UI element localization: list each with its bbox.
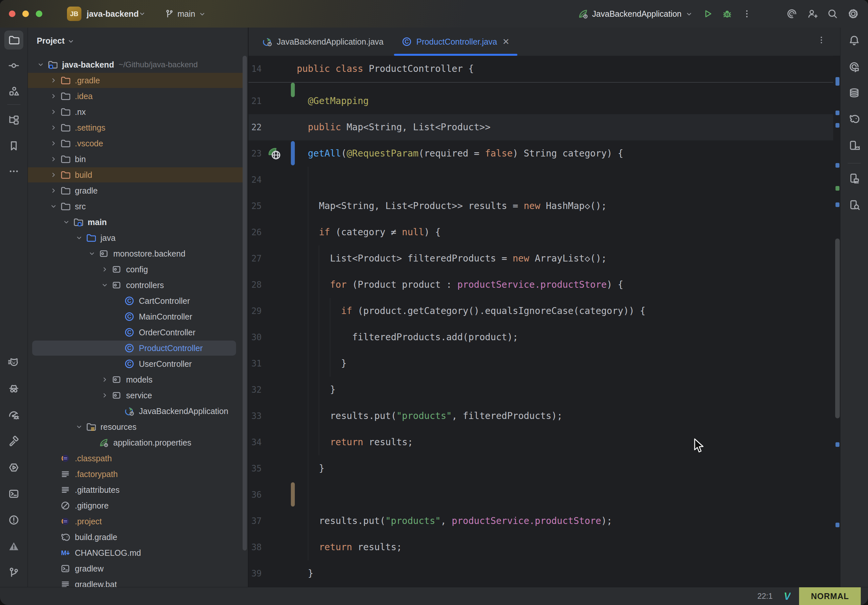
tree-item-.nx[interactable]: .nx	[28, 104, 248, 120]
spring-mapping-icon[interactable]	[267, 146, 282, 161]
tool-button-device-manager[interactable]	[845, 136, 864, 155]
chevron-down-icon[interactable]	[98, 282, 111, 289]
tool-button-commit[interactable]	[4, 56, 23, 75]
tree-item-application.properties[interactable]: application.properties	[28, 435, 248, 450]
tool-button-ai-assistant[interactable]	[845, 57, 864, 76]
code-line-22[interactable]: 22public Map<String, List<Product>>	[248, 114, 833, 141]
tree-item-config[interactable]: config	[28, 261, 248, 277]
stripe-mark[interactable]	[835, 203, 839, 207]
chevron-right-icon[interactable]	[47, 124, 60, 131]
run-button[interactable]	[702, 9, 712, 19]
chevron-down-icon[interactable]	[73, 423, 85, 430]
vcs-marker-modified[interactable]	[291, 141, 295, 166]
stripe-mark[interactable]	[835, 123, 839, 128]
code-line-27[interactable]: 27List<Product> filteredProducts = new A…	[248, 245, 833, 272]
zoom-button[interactable]	[36, 11, 42, 17]
tree-item-.vscode[interactable]: .vscode	[28, 136, 248, 151]
tool-button-services[interactable]	[4, 458, 23, 477]
stripe-mark[interactable]	[835, 442, 839, 447]
tree-item-monostore.backend[interactable]: monostore.backend	[28, 246, 248, 261]
tool-button-terminal[interactable]	[4, 484, 23, 503]
tool-button-warnings[interactable]	[4, 537, 23, 556]
run-configuration-select[interactable]: JavaBackendApplication	[578, 9, 693, 19]
tree-item-.project[interactable]: .project	[28, 514, 248, 529]
ideavim-icon[interactable]: V	[784, 591, 791, 601]
code-line-28[interactable]: 28for (Product product : productService.…	[248, 272, 833, 298]
tool-button-running-devices[interactable]	[845, 169, 864, 188]
chevron-right-icon[interactable]	[47, 171, 60, 178]
code-line-21[interactable]: 21@GetMapping	[248, 88, 833, 114]
chevron-right-icon[interactable]	[47, 156, 60, 163]
tool-button-version-control[interactable]	[4, 563, 23, 582]
chevron-down-icon[interactable]	[85, 250, 98, 257]
ai-assistant-icon[interactable]	[787, 9, 797, 19]
tree-item-ProductController[interactable]: CProductController	[28, 340, 248, 356]
editor-scrollbar[interactable]	[835, 238, 840, 418]
tree-item-src[interactable]: src	[28, 198, 248, 214]
project-panel-header[interactable]: Project	[28, 28, 248, 46]
vcs-marker-modified-other[interactable]	[291, 482, 295, 507]
tree-item-gradle[interactable]: gradle	[28, 183, 248, 198]
code-line-31[interactable]: 31}	[248, 350, 833, 377]
stripe-mark[interactable]	[835, 111, 839, 115]
tool-button-more-tool-windows[interactable]	[4, 162, 23, 181]
project-tree-scrollbar[interactable]	[243, 56, 247, 551]
tree-item-.gitattributes[interactable]: .gitattributes	[28, 482, 248, 498]
tool-button-speed-cat-plugin[interactable]	[4, 353, 23, 372]
tree-item-CartController[interactable]: CCartController	[28, 293, 248, 309]
tab-options-icon[interactable]	[817, 36, 826, 45]
tree-item-MainController[interactable]: CMainController	[28, 309, 248, 325]
vim-mode-badge[interactable]: NORMAL	[799, 587, 861, 605]
tree-item-UserController[interactable]: CUserController	[28, 356, 248, 372]
code-line-30[interactable]: 30filteredProducts.add(product);	[248, 324, 833, 350]
tool-button-database[interactable]	[845, 84, 864, 102]
stripe-mark[interactable]	[835, 523, 839, 527]
more-actions-button[interactable]	[742, 9, 752, 19]
tab-close-icon[interactable]: ✕	[502, 37, 510, 47]
tree-item-gradlew[interactable]: gradlew	[28, 561, 248, 576]
tree-item-.gitignore[interactable]: .gitignore	[28, 498, 248, 514]
code-line-26[interactable]: 26if (category ≠ null) {	[248, 219, 833, 245]
tool-button-structure[interactable]	[4, 82, 23, 101]
chevron-down-icon[interactable]	[47, 203, 60, 210]
tree-item-java-backend[interactable]: java-backend~/Github/java-backend	[28, 57, 248, 73]
tool-button-dependencies[interactable]	[4, 111, 23, 130]
vcs-marker-added[interactable]	[291, 83, 295, 97]
tool-button-gradle[interactable]	[845, 109, 864, 128]
tree-item-JavaBackendApplication[interactable]: JavaBackendApplication	[28, 403, 248, 419]
stripe-mark[interactable]	[835, 186, 839, 190]
code-line-32[interactable]: 32}	[248, 377, 833, 403]
tree-item-.classpath[interactable]: .classpath	[28, 450, 248, 466]
code-line-24[interactable]: 24	[248, 167, 833, 193]
chevron-right-icon[interactable]	[47, 77, 60, 84]
code-line-39[interactable]: 39}	[248, 560, 833, 586]
tree-item-.factorypath[interactable]: .factorypath	[28, 466, 248, 482]
tree-item-java[interactable]: java	[28, 230, 248, 246]
tool-button-problems[interactable]	[4, 511, 23, 529]
tree-item-main[interactable]: main	[28, 214, 248, 230]
debug-button[interactable]	[722, 9, 732, 19]
tool-button-build[interactable]	[4, 432, 23, 451]
close-button[interactable]	[9, 11, 16, 17]
gutter-icon[interactable]	[267, 146, 282, 161]
code-line-35[interactable]: 35}	[248, 455, 833, 482]
chevron-down-icon[interactable]	[34, 61, 47, 68]
search-everywhere-button[interactable]	[827, 9, 838, 19]
code-line-23[interactable]: 23getAll(@RequestParam(required = false)…	[248, 141, 833, 167]
tool-button-project[interactable]	[4, 31, 23, 50]
stripe-mark[interactable]	[835, 163, 839, 168]
code-line-25[interactable]: 25Map<String, List<Product>> results = n…	[248, 193, 833, 219]
tree-item-gradlew.bat[interactable]: gradlew.bat	[28, 576, 248, 587]
tab-ProductController.java[interactable]: CProductController.java✕	[393, 28, 519, 56]
chevron-right-icon[interactable]	[98, 266, 111, 273]
tree-item-models[interactable]: models	[28, 372, 248, 387]
code-line-38[interactable]: 38return results;	[248, 534, 833, 560]
tree-item-OrderController[interactable]: COrderController	[28, 325, 248, 340]
tool-button-profiler[interactable]	[4, 405, 23, 424]
tool-button-incognito-plugin[interactable]	[4, 379, 23, 398]
stripe-mark[interactable]	[835, 77, 839, 86]
project-switcher[interactable]: java-backend	[87, 9, 138, 19]
tree-item-build.gradle[interactable]: build.gradle	[28, 529, 248, 545]
chevron-right-icon[interactable]	[47, 108, 60, 116]
chevron-right-icon[interactable]	[98, 376, 111, 383]
